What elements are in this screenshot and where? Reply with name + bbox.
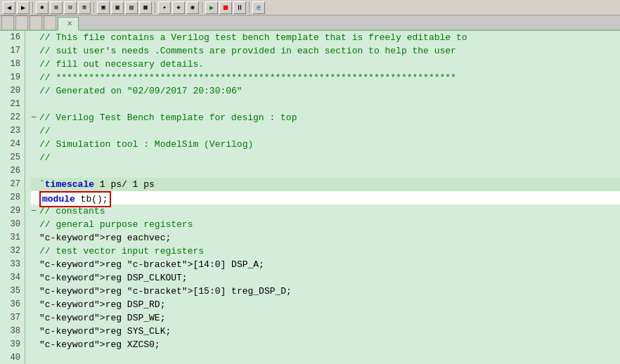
toolbar-btn-8[interactable]: ▦ (111, 1, 124, 14)
toolbar-btn-6[interactable]: ⊠ (78, 1, 91, 14)
toolbar-separator-5 (249, 2, 250, 13)
code-text: // Generated on "02/09/2017 20:30:06" (39, 84, 243, 98)
code-text: // Simulation tool : ModelSim (Verilog) (39, 138, 253, 151)
code-text: // fill out necessary details. (39, 58, 204, 71)
fold-indicator[interactable]: − (31, 206, 37, 216)
line-number: 32 (0, 245, 25, 258)
code-line (31, 98, 620, 111)
code-line: module tb(); (31, 191, 620, 204)
code-text: // This file contains a Verilog test ben… (39, 31, 467, 44)
tab-top-tb[interactable] (30, 15, 42, 30)
tab-memmaps[interactable] (44, 15, 56, 30)
code-text: module tb(); (39, 191, 111, 204)
fold-indicator[interactable]: − (31, 112, 37, 123)
toolbar-separator-3 (155, 2, 155, 13)
tab-top[interactable] (15, 15, 28, 30)
toolbar-btn-5[interactable]: ⊟ (64, 1, 77, 14)
toolbar-btn-1[interactable]: ◀ (3, 1, 15, 14)
line-number: 24 (0, 138, 25, 151)
toolbar-btn-2[interactable]: ▶ (17, 1, 30, 14)
code-line: `timescale 1 ps/ 1 ps (31, 178, 620, 191)
line-number: 34 (0, 271, 25, 285)
code-text: "c-keyword">reg eachvec; (39, 231, 171, 245)
code-text: // constants (39, 204, 105, 218)
code-line: −// constants (31, 204, 620, 218)
toolbar-btn-11[interactable]: ✦ (158, 1, 171, 14)
code-line: // fill out necessary details. (31, 58, 620, 71)
toolbar-btn-pause[interactable]: ⏸ (233, 1, 246, 14)
code-area: 1617181920212223242526272829303132333435… (0, 31, 620, 364)
line-numbers: 1617181920212223242526272829303132333435… (0, 31, 25, 364)
toolbar-btn-10[interactable]: ▩ (139, 1, 152, 14)
tab-close-icon[interactable]: ✕ (67, 20, 72, 27)
code-text: "c-keyword">reg DSP_WE; (39, 311, 165, 325)
code-text: // (39, 151, 51, 164)
code-text: // general purpose registers (39, 218, 193, 231)
toolbar-btn-stop[interactable]: ⏹ (219, 1, 232, 14)
code-line: "c-keyword">reg DSP_WE; (31, 311, 620, 325)
toolbar-btn-4[interactable]: ⊞ (50, 1, 63, 14)
line-number: 29 (0, 204, 25, 218)
line-number: 23 (0, 124, 25, 138)
code-text: // test vector input registers (39, 245, 204, 258)
code-text: "c-keyword">reg "c-bracket">[14:0] DSP_A… (39, 258, 264, 271)
code-line: // *************************************… (31, 71, 620, 84)
code-text: "c-keyword">reg XZCS0; (39, 338, 160, 351)
line-number: 30 (0, 218, 25, 231)
toolbar-btn-run[interactable]: ▶ (205, 1, 218, 14)
line-number: 33 (0, 258, 25, 271)
line-number: 16 (0, 31, 25, 44)
code-text: "c-keyword">reg DSP_CLKOUT; (39, 271, 188, 285)
code-content[interactable]: // This file contains a Verilog test ben… (25, 31, 620, 364)
code-line: // This file contains a Verilog test ben… (31, 31, 620, 44)
code-text: // *************************************… (39, 71, 456, 84)
code-line: // Simulation tool : ModelSim (Verilog) (31, 138, 620, 151)
line-number: 25 (0, 151, 25, 164)
code-line: −// Verilog Test Bench template for desi… (31, 111, 620, 124)
toolbar-btn-3[interactable]: ✱ (36, 1, 49, 14)
code-line: // Generated on "02/09/2017 20:30:06" (31, 84, 620, 98)
code-line (31, 351, 620, 364)
line-number: 40 (0, 351, 25, 364)
code-line: "c-keyword">reg XZCS0; (31, 338, 620, 351)
line-number: 39 (0, 338, 25, 351)
code-text: "c-keyword">reg "c-bracket">[15:0] treg_… (39, 285, 292, 298)
line-number: 28 (0, 191, 25, 204)
code-text: `timescale 1 ps/ 1 ps (39, 178, 155, 191)
tab-bar: ✕ (0, 15, 620, 31)
code-line: "c-keyword">reg eachvec; (31, 231, 620, 245)
code-line: "c-keyword">reg SYS_CLK; (31, 325, 620, 338)
code-line: // general purpose registers (31, 218, 620, 231)
tab-axis[interactable] (1, 15, 14, 30)
code-line: "c-keyword">reg DSP_CLKOUT; (31, 271, 620, 285)
toolbar-separator-2 (93, 2, 94, 13)
line-number: 21 (0, 98, 25, 111)
toolbar-btn-7[interactable]: ▣ (97, 1, 110, 14)
code-text: // Verilog Test Bench template for desig… (39, 111, 297, 124)
code-line (31, 164, 620, 178)
toolbar-btn-12[interactable]: ◈ (172, 1, 185, 14)
line-number: 38 (0, 325, 25, 338)
line-number: 18 (0, 58, 25, 71)
toolbar-separator-4 (202, 2, 202, 13)
line-number: 36 (0, 298, 25, 311)
toolbar-btn-9[interactable]: ▤ (125, 1, 138, 14)
code-text: "c-keyword">reg DSP_RD; (39, 298, 165, 311)
code-line: "c-keyword">reg "c-bracket">[14:0] DSP_A… (31, 258, 620, 271)
line-number: 17 (0, 44, 25, 58)
tab-top-vt[interactable]: ✕ (58, 17, 79, 31)
code-text: // suit user's needs .Comments are provi… (39, 44, 456, 58)
code-line: "c-keyword">reg DSP_RD; (31, 298, 620, 311)
code-text: "c-keyword">reg SYS_CLK; (39, 325, 171, 338)
line-number: 20 (0, 84, 25, 98)
toolbar-separator-1 (32, 2, 33, 13)
toolbar-btn-13[interactable]: ◉ (186, 1, 199, 14)
line-number: 31 (0, 231, 25, 245)
code-line: // (31, 151, 620, 164)
toolbar-btn-ie[interactable]: e (252, 1, 265, 14)
toolbar: ◀ ▶ ✱ ⊞ ⊟ ⊠ ▣ ▦ ▤ ▩ ✦ ◈ ◉ ▶ ⏹ ⏸ e (0, 0, 620, 15)
code-line: // test vector input registers (31, 245, 620, 258)
line-number: 27 (0, 178, 25, 191)
code-line: // (31, 124, 620, 138)
line-number: 35 (0, 285, 25, 298)
